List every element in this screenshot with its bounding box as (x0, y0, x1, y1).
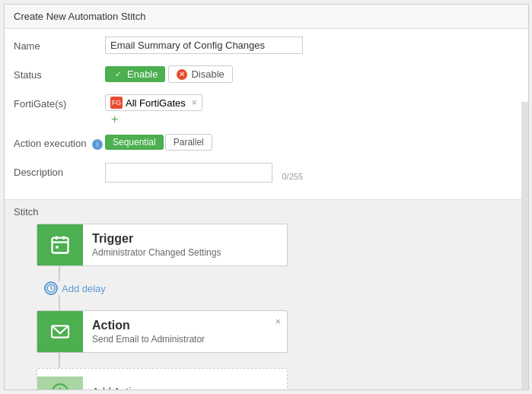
enable-check-icon: ✓ (113, 69, 123, 80)
connector-line-1 (59, 266, 60, 281)
action-close-icon[interactable]: × (275, 316, 281, 327)
stitch-label: Stitch (14, 206, 519, 218)
trigger-subtitle: Administrator Changed Settings (92, 247, 221, 258)
action-box[interactable]: Action Send Email to Administrator × (37, 310, 288, 353)
connector-line-2 (59, 295, 60, 310)
calendar-icon (49, 234, 71, 256)
trigger-title: Trigger (92, 232, 221, 246)
description-input[interactable] (105, 163, 272, 183)
description-count: 0/255 (282, 172, 303, 181)
status-controls: ✓ Enable ✕ Disable (105, 65, 519, 83)
add-action-box[interactable]: Add Action (37, 368, 288, 390)
sequential-button[interactable]: Sequential (105, 135, 164, 150)
description-container: 0/255 (105, 163, 519, 183)
action-execution-row: Action execution i Sequential Parallel (14, 134, 519, 155)
action-execution-label: Action execution i (14, 134, 105, 150)
fortigate-remove-icon[interactable]: × (192, 97, 197, 108)
disable-button[interactable]: ✕ Disable (168, 65, 232, 83)
svg-line-7 (51, 288, 53, 290)
fortigate-icon: FG (110, 97, 123, 109)
stitch-section: Stitch Trigger Administrator Changed Set… (5, 199, 528, 390)
disable-x-icon: ✕ (177, 69, 187, 80)
fortigate-add-icon[interactable]: + (111, 113, 118, 126)
scrollbar[interactable] (521, 102, 528, 390)
description-area: 0/255 (105, 163, 272, 183)
trigger-box[interactable]: Trigger Administrator Changed Settings (37, 224, 288, 266)
status-row: Status ✓ Enable ✕ Disable (14, 65, 519, 87)
svg-rect-0 (53, 238, 68, 253)
trigger-icon (37, 224, 83, 265)
add-action-text: Add Action (83, 386, 152, 390)
parallel-button[interactable]: Parallel (165, 134, 212, 151)
action-text: Action Send Email to Administrator (83, 311, 214, 352)
fortigate-label: FortiGate(s) (14, 94, 105, 110)
fortigate-tag-row: FG All FortiGates × (105, 94, 202, 111)
add-action-plus-icon (51, 383, 69, 390)
fortigate-container: FG All FortiGates × + (105, 94, 519, 126)
trigger-text: Trigger Administrator Changed Settings (83, 224, 230, 265)
panel-title: Create New Automation Stitch (14, 11, 145, 22)
status-label: Status (14, 65, 105, 81)
add-delay-label: Add delay (62, 283, 106, 294)
fortigate-tag-text: All FortiGates (126, 97, 186, 109)
add-action-icon-bg (37, 377, 83, 390)
clock-icon (46, 284, 56, 293)
description-label: Description (14, 163, 105, 178)
enable-button[interactable]: ✓ Enable (105, 66, 165, 82)
action-execution-info-icon[interactable]: i (92, 139, 103, 150)
action-subtitle: Send Email to Administrator (92, 334, 205, 345)
panel-header: Create New Automation Stitch (5, 5, 528, 29)
email-icon (49, 323, 71, 340)
action-execution-controls: Sequential Parallel (105, 134, 519, 151)
connector-line-3 (59, 353, 60, 368)
fortigate-tag: FG All FortiGates × (105, 94, 202, 111)
action-title: Action (92, 319, 205, 332)
fortigate-row: FortiGate(s) FG All FortiGates × + (14, 94, 519, 126)
description-row: Description 0/255 (14, 163, 519, 184)
name-label: Name (14, 37, 105, 52)
fortigate-tag-container: FG All FortiGates × + (105, 94, 202, 126)
stitch-content: Trigger Administrator Changed Settings A… (29, 224, 519, 390)
name-input[interactable] (105, 37, 303, 54)
svg-rect-4 (56, 246, 59, 249)
add-delay-icon (44, 281, 58, 295)
add-delay-button[interactable]: Add delay (44, 281, 106, 295)
action-icon (37, 311, 83, 352)
main-panel: Create New Automation Stitch Name Status… (4, 4, 529, 390)
fortigate-add-row: + (105, 113, 202, 126)
name-value-container (105, 37, 519, 54)
form-area: Name Status ✓ Enable ✕ Disable FortiGate… (5, 29, 528, 199)
name-row: Name (14, 37, 519, 58)
